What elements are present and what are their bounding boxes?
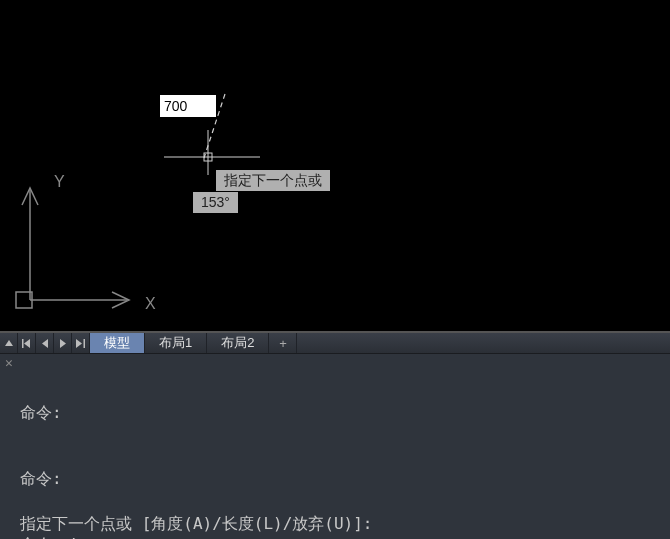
command-input-row: 指定下一个点或 [角度(A)/长度(L)/放弃(U)]: — [20, 513, 664, 535]
svg-marker-12 — [76, 339, 82, 348]
tab-model[interactable]: 模型 — [90, 333, 145, 353]
command-panel-close-button[interactable]: ✕ — [2, 356, 16, 370]
drawing-viewport[interactable]: Y X 指定下一个点或 153° — [0, 0, 670, 332]
command-prompt-label: 指定下一个点或 [角度(A)/长度(L)/放弃(U)]: — [20, 514, 373, 535]
triangle-right-icon — [59, 339, 67, 348]
triangle-left-icon — [41, 339, 49, 348]
command-panel: ✕ 命令: 命令: 命令: L LINE 指定第一个点: 指定下一个点或 [角度… — [0, 354, 670, 539]
svg-marker-7 — [5, 340, 13, 346]
svg-marker-10 — [42, 339, 48, 348]
tab-layout1[interactable]: 布局1 — [145, 333, 207, 353]
ucs-icon — [12, 170, 142, 320]
command-history-line: 命令: — [20, 402, 664, 424]
tabstrip-prev-button[interactable] — [36, 333, 54, 353]
layout-tabstrip: 模型 布局1 布局2 + — [0, 332, 670, 354]
dynamic-length-input[interactable] — [160, 95, 216, 117]
dynamic-prompt-label: 指定下一个点或 — [216, 170, 330, 191]
tab-label: 布局2 — [221, 334, 254, 352]
tab-label: 模型 — [104, 334, 130, 352]
command-input[interactable] — [373, 515, 665, 534]
plus-icon: + — [279, 336, 287, 351]
command-history: 命令: 命令: 命令: L LINE 指定第一个点: — [20, 358, 664, 539]
dynamic-angle-label: 153° — [193, 192, 238, 213]
tabstrip-last-button[interactable] — [72, 333, 90, 353]
tab-layout2[interactable]: 布局2 — [207, 333, 269, 353]
tabstrip-menu-button[interactable] — [0, 333, 18, 353]
command-history-line: 命令: — [20, 468, 664, 490]
tab-add-button[interactable]: + — [269, 333, 297, 353]
ucs-x-label: X — [145, 295, 156, 313]
skip-first-icon — [22, 339, 31, 348]
svg-rect-8 — [22, 339, 24, 348]
ucs-y-label: Y — [54, 173, 65, 191]
svg-marker-9 — [24, 339, 30, 348]
tabstrip-first-button[interactable] — [18, 333, 36, 353]
tab-label: 布局1 — [159, 334, 192, 352]
svg-marker-11 — [60, 339, 66, 348]
triangle-up-icon — [5, 339, 13, 347]
skip-last-icon — [76, 339, 85, 348]
svg-rect-13 — [84, 339, 86, 348]
close-icon: ✕ — [5, 355, 13, 370]
tabstrip-next-button[interactable] — [54, 333, 72, 353]
